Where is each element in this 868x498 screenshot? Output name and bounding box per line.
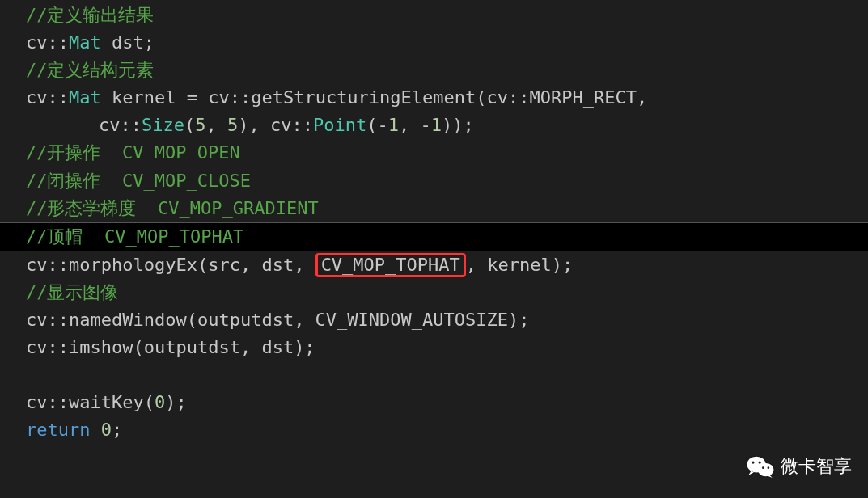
type-size: Size: [142, 115, 184, 135]
code-line-7: //闭操作 CV_MOP_CLOSE: [26, 167, 868, 195]
code-text: );: [165, 392, 187, 412]
comment-text: //形态学梯度 CV_MOP_GRADIENT: [26, 198, 319, 218]
namespace: cv::: [26, 32, 69, 53]
number-literal: 5: [227, 115, 238, 135]
type-point: Point: [313, 115, 366, 135]
code-text: , kernel);: [466, 255, 573, 275]
wechat-icon: [747, 455, 774, 478]
space: [90, 420, 100, 440]
code-text: dst;: [101, 32, 155, 53]
comment-text: //顶帽 CV_MOP_TOPHAT: [26, 226, 243, 247]
svg-point-1: [758, 463, 774, 476]
code-line-11: //显示图像: [26, 279, 868, 306]
code-text: ));: [442, 115, 474, 135]
watermark-text: 微卡智享: [781, 453, 852, 480]
code-line-9-highlighted: //顶帽 CV_MOP_TOPHAT: [0, 222, 868, 251]
svg-point-2: [752, 461, 754, 463]
type-mat: Mat: [69, 87, 101, 108]
keyword-return: return: [26, 420, 90, 440]
code-line-12: cv::namedWindow(outputdst, CV_WINDOW_AUT…: [26, 306, 868, 334]
code-line-10: cv::morphologyEx(src, dst, CV_MOP_TOPHAT…: [26, 251, 868, 279]
code-line-5: cv::Size(5, 5), cv::Point(-1, -1));: [26, 112, 868, 139]
paren: (: [184, 115, 195, 135]
svg-point-5: [768, 466, 770, 469]
code-text: cv::morphologyEx(src, dst,: [26, 255, 315, 275]
comment-text: //闭操作 CV_MOP_CLOSE: [26, 171, 251, 191]
code-line-blank: [26, 361, 868, 389]
code-text: cv::namedWindow(outputdst, CV_WINDOW_AUT…: [26, 310, 530, 330]
code-line-2: cv::Mat dst;: [26, 29, 868, 57]
svg-point-4: [762, 466, 764, 469]
code-line-15: return 0;: [26, 416, 868, 444]
number-literal: 5: [195, 115, 205, 135]
number-literal: 1: [431, 115, 442, 135]
code-text: kernel = cv::getStructuringElement(cv::M…: [101, 87, 648, 108]
comment-text: //定义结构元素: [26, 60, 155, 80]
code-line-6: //开操作 CV_MOP_OPEN: [26, 139, 868, 167]
code-line-13: cv::imshow(outputdst, dst);: [26, 334, 868, 361]
code-text: cv::waitKey(: [26, 392, 155, 412]
comment-text: //定义输出结果: [26, 5, 155, 25]
semicolon: ;: [112, 420, 122, 440]
code-line-14: cv::waitKey(0);: [26, 389, 868, 416]
code-line-3: //定义结构元素: [26, 57, 868, 84]
comma: , -: [399, 115, 431, 135]
number-literal: 0: [155, 392, 165, 412]
number-literal: 0: [101, 420, 112, 440]
svg-point-3: [759, 461, 761, 463]
watermark: 微卡智享: [747, 453, 852, 480]
code-line-4: cv::Mat kernel = cv::getStructuringEleme…: [26, 84, 868, 112]
number-literal: 1: [388, 115, 399, 135]
highlighted-constant: CV_MOP_TOPHAT: [321, 255, 460, 275]
namespace: cv::: [26, 87, 69, 108]
comment-text: //显示图像: [26, 282, 119, 302]
comment-text: //开操作 CV_MOP_OPEN: [26, 142, 240, 162]
code-text: cv::imshow(outputdst, dst);: [26, 337, 315, 357]
code-text: ), cv::: [238, 115, 313, 135]
namespace: cv::: [99, 115, 142, 135]
highlighted-constant-box: CV_MOP_TOPHAT: [315, 253, 466, 277]
comma: ,: [205, 115, 227, 135]
code-line-8: //形态学梯度 CV_MOP_GRADIENT: [26, 195, 868, 222]
paren: (-: [366, 115, 388, 135]
type-mat: Mat: [69, 32, 101, 53]
code-line-1: //定义输出结果: [26, 2, 868, 29]
